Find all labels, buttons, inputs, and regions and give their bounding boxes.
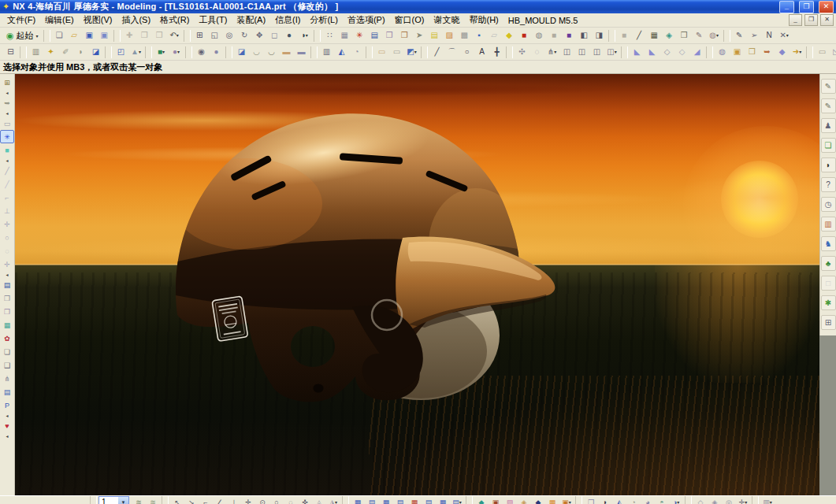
edge-blend-icon[interactable]: ◣	[630, 45, 645, 60]
layer-settings-icon[interactable]: ▤	[367, 28, 382, 43]
branch-icon[interactable]: ⋔▾	[544, 45, 559, 60]
snapshot-alt-icon[interactable]: ❐	[0, 305, 14, 318]
render-pink-icon[interactable]: ▨	[503, 496, 517, 504]
object-display-icon[interactable]: ◧	[577, 28, 592, 43]
panel-icon[interactable]: ▥▾	[760, 496, 775, 504]
face-blend-icon[interactable]: ◣	[645, 45, 660, 60]
mdi-restore-button[interactable]: ❐	[804, 14, 818, 26]
assembly-navigator-icon[interactable]: ⊟	[3, 45, 18, 60]
mouse-mode-icon[interactable]: ✛▾	[736, 496, 750, 504]
groove-icon[interactable]: ◆	[775, 45, 790, 60]
menu-help[interactable]: 帮助(H)	[464, 13, 503, 27]
dashed-circle-icon[interactable]: ◌	[0, 244, 14, 258]
promote-icon[interactable]: ◌	[529, 45, 544, 60]
raven-icon[interactable]: ◗	[821, 158, 836, 172]
end-point-snap-icon[interactable]: ↖	[170, 496, 184, 504]
unite-icon[interactable]: ■▾	[154, 45, 169, 60]
select-cursor-icon[interactable]: ➤	[412, 28, 427, 43]
point-constructor-icon[interactable]: ✜	[298, 496, 312, 504]
extract-icon[interactable]: ◫	[559, 45, 574, 60]
dropdown-arrow-icon[interactable]: ▾	[335, 498, 337, 504]
person-icon[interactable]: ♟	[821, 118, 836, 133]
render-teal-icon[interactable]: ◆	[474, 496, 489, 504]
help-question-icon[interactable]: ?	[821, 177, 836, 192]
pattern-icon[interactable]: ▥	[319, 45, 334, 60]
dropdown-arrow-icon[interactable]: ▾	[459, 498, 462, 504]
sew-icon[interactable]: ◡	[264, 45, 279, 60]
teal-tool-icon[interactable]: ▦	[0, 318, 14, 332]
datum-axis-icon[interactable]: ✐	[58, 45, 73, 60]
minimize-button[interactable]: _	[779, 1, 794, 13]
sphere-display-icon[interactable]: ◍	[532, 28, 547, 43]
perpendicular-icon[interactable]: ⊥	[0, 204, 14, 217]
mannequin-icon[interactable]: ♞	[821, 236, 836, 251]
selection-filter-icon[interactable]: ⊞	[0, 76, 14, 89]
list-view-icon[interactable]: ▤	[0, 278, 14, 291]
dropdown-arrow-icon[interactable]: ▾	[716, 32, 719, 39]
fit-view-icon[interactable]: ⊞	[192, 28, 207, 43]
menu-xiewenxiao[interactable]: 谢文晓	[429, 13, 464, 27]
corner-snap-icon[interactable]: ⌐	[199, 496, 213, 504]
signature-tool-icon[interactable]: ✎	[732, 28, 747, 43]
red-face-icon[interactable]: ■	[517, 28, 532, 43]
visual-quality-icon[interactable]: ◈	[708, 496, 722, 504]
menu-format[interactable]: 格式(R)	[155, 13, 194, 27]
viz-window-icon-1[interactable]: ▦	[351, 496, 365, 504]
start-button[interactable]: ◉ 起始 ▾	[3, 29, 42, 43]
subtract-icon[interactable]: ●▾	[169, 45, 184, 60]
styled-blend-icon[interactable]: ◇	[660, 45, 674, 60]
scene-icon[interactable]: ◕	[641, 496, 655, 504]
combo-arrow-icon[interactable]: ▼	[118, 497, 128, 504]
camera-icon[interactable]: ▦	[647, 28, 662, 43]
mdi-close-button[interactable]: ✕	[820, 14, 834, 26]
viz-window-icon-3[interactable]: ▦	[379, 496, 393, 504]
surface-icon[interactable]: ◩▾	[404, 45, 419, 60]
document-icon[interactable]: ❏	[0, 345, 14, 358]
render-navy-icon[interactable]: ◆	[531, 496, 545, 504]
menu-file[interactable]: 文件(F)	[2, 13, 40, 27]
expander[interactable]: ◂	[0, 412, 14, 419]
dropdown-arrow-icon[interactable]: ▾	[554, 48, 556, 56]
dropdown-arrow-icon[interactable]: ▾	[162, 48, 165, 56]
expander[interactable]: ◂	[0, 89, 14, 96]
extrude-icon[interactable]: ◰	[113, 45, 128, 60]
visual-effect-icon[interactable]: ◇	[693, 496, 708, 504]
arrow-tool-icon[interactable]: ➢	[747, 28, 762, 43]
view-window-icon[interactable]: ❒	[382, 28, 397, 43]
gray-face-icon[interactable]: ■	[547, 28, 562, 43]
white-face-icon[interactable]: ▱	[487, 28, 502, 43]
edge-display-icon[interactable]: ◨	[592, 28, 607, 43]
stage-icon[interactable]: ◓	[655, 496, 669, 504]
corner-point-icon[interactable]: ⌐	[0, 191, 14, 204]
signature-note-icon[interactable]: ✎	[821, 79, 836, 94]
offset-icon[interactable]: ▬	[294, 45, 309, 60]
visual-preview-icon[interactable]: ◎	[722, 496, 736, 504]
sweep-icon[interactable]: ◔	[349, 45, 364, 60]
slot-icon[interactable]: ▭	[815, 45, 830, 60]
existing-point-snap-icon[interactable]: ○	[269, 496, 284, 504]
dropdown-arrow-icon[interactable]: ▾	[770, 498, 772, 504]
hole-icon[interactable]: ◍	[715, 45, 730, 60]
grid-icon[interactable]: ▦	[337, 28, 352, 43]
wcs-icon[interactable]: ✳	[352, 28, 367, 43]
p-tool-icon[interactable]: P	[0, 398, 14, 412]
pad-icon[interactable]: ➥	[760, 45, 775, 60]
point-tool-icon[interactable]: ◗	[73, 45, 88, 60]
paste-icon[interactable]: ❒	[152, 28, 167, 43]
expander[interactable]: ◂	[0, 109, 14, 117]
viz-window-icon-5[interactable]: ▦	[407, 496, 422, 504]
dropdown-arrow-icon[interactable]: ▾	[745, 498, 747, 504]
shaded-view-icon[interactable]: ●	[282, 28, 297, 43]
texture-icon[interactable]: ◗	[598, 496, 612, 504]
dropdown-arrow-icon[interactable]: ▾	[414, 48, 417, 56]
blue-chip-icon[interactable]: ▪	[472, 28, 487, 43]
zoom-icon[interactable]: ◎	[222, 28, 237, 43]
dropdown-arrow-icon[interactable]: ▾	[615, 48, 617, 56]
copy-icon[interactable]: ❐	[137, 28, 152, 43]
sketch-icon[interactable]: ▥	[28, 45, 43, 60]
document-alt-icon[interactable]: ❑	[0, 358, 14, 372]
material-icon[interactable]: ▨	[442, 28, 457, 43]
mdi-minimize-button[interactable]: _	[789, 14, 802, 26]
dropdown-arrow-icon[interactable]: ▾	[139, 48, 141, 56]
dropdown-arrow-icon[interactable]: ▾	[799, 48, 801, 56]
